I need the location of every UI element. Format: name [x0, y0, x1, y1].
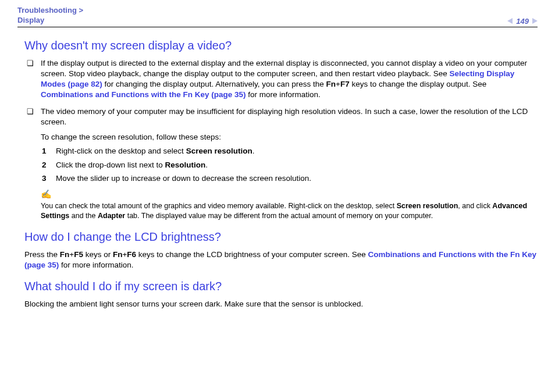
step-item: Move the slider up to increase or down t… — [41, 173, 538, 184]
breadcrumb: Troubleshooting > Display — [17, 6, 83, 26]
next-page-icon[interactable] — [532, 18, 538, 24]
page-number: 149 — [515, 17, 530, 26]
step-item: Click the drop-down list next to Resolut… — [41, 160, 538, 170]
bullet-item: If the display output is directed to the… — [24, 58, 538, 101]
note-block: ✍ You can check the total amount of the … — [41, 188, 538, 221]
brightness-text: Press the Fn+F5 keys or Fn+F6 keys to ch… — [24, 250, 538, 270]
heading-video: Why doesn't my screen display a video? — [24, 38, 538, 54]
prev-page-icon[interactable] — [507, 18, 513, 24]
breadcrumb-current: Display — [17, 16, 44, 24]
page-header: Troubleshooting > Display 149 — [17, 6, 538, 27]
link-fn-key-1[interactable]: Combinations and Functions with the Fn K… — [41, 90, 246, 99]
page-number-nav: 149 — [507, 17, 538, 26]
page: Troubleshooting > Display 149 Why doesn'… — [0, 0, 555, 325]
step-item: Right-click on the desktop and select Sc… — [41, 146, 538, 156]
bullet-list: If the display output is directed to the… — [24, 58, 538, 221]
note-icon: ✍ — [41, 188, 52, 200]
breadcrumb-parent: Troubleshooting > — [17, 6, 83, 15]
heading-brightness: How do I change the LCD brightness? — [24, 229, 538, 245]
bullet-item: The video memory of your computer may be… — [24, 106, 538, 221]
dark-text: Blocking the ambient light sensor turns … — [24, 299, 538, 309]
content: Why doesn't my screen display a video? I… — [17, 38, 538, 310]
heading-dark: What should I do if my screen is dark? — [24, 279, 538, 294]
steps-list: Right-click on the desktop and select Sc… — [41, 146, 538, 184]
steps-intro: To change the screen resolution, follow … — [41, 132, 538, 142]
